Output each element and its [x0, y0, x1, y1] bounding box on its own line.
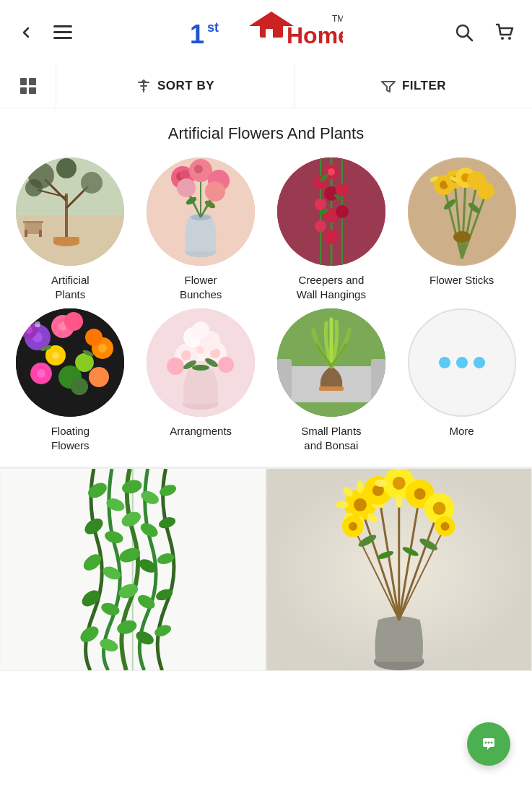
- svg-point-199: [491, 742, 493, 744]
- svg-point-198: [488, 742, 490, 744]
- svg-point-94: [98, 344, 107, 352]
- svg-point-183: [374, 480, 387, 487]
- svg-point-22: [56, 158, 77, 178]
- logo[interactable]: 1 st Home TM: [184, 9, 343, 56]
- svg-text:1: 1: [190, 20, 204, 49]
- svg-rect-2: [53, 37, 72, 39]
- dot-2: [456, 357, 468, 368]
- back-icon: [17, 24, 35, 41]
- svg-point-57: [315, 199, 326, 210]
- artificial-plants-illustration: [16, 157, 124, 266]
- svg-point-182: [395, 495, 402, 508]
- svg-rect-24: [53, 237, 79, 243]
- svg-text:Home: Home: [287, 22, 343, 48]
- svg-point-61: [315, 220, 326, 232]
- svg-point-41: [194, 165, 203, 173]
- category-section: Artificial Plants: [0, 150, 532, 468]
- svg-rect-126: [277, 359, 292, 402]
- category-item-small-plants[interactable]: Small Plants and Bonsai: [269, 308, 395, 452]
- filter-icon: [380, 78, 396, 94]
- svg-point-92: [64, 312, 83, 331]
- search-button[interactable]: [451, 20, 477, 46]
- svg-point-39: [180, 170, 190, 180]
- svg-rect-27: [25, 230, 27, 237]
- svg-point-171: [336, 501, 349, 509]
- product-image-2: [266, 469, 532, 670]
- svg-point-11: [501, 37, 504, 40]
- svg-point-107: [27, 323, 31, 327]
- svg-rect-127: [371, 359, 385, 402]
- svg-point-43: [177, 178, 196, 197]
- svg-point-191: [440, 522, 449, 531]
- product-image-1: [0, 469, 266, 670]
- logo-svg: 1 st Home TM: [184, 9, 343, 56]
- product-section: [0, 468, 532, 671]
- grid-icon: [20, 78, 36, 94]
- category-label-small-plants: Small Plants and Bonsai: [301, 424, 361, 452]
- search-icon: [454, 22, 474, 43]
- more-dots: [439, 357, 485, 368]
- svg-point-100: [37, 369, 45, 378]
- sort-label: SORT BY: [157, 79, 214, 93]
- sort-by-button[interactable]: SORT BY: [56, 64, 295, 108]
- category-label-arrangements: Arrangments: [170, 424, 232, 438]
- filter-label: FILTER: [402, 79, 446, 93]
- svg-text:TM: TM: [332, 14, 343, 24]
- filter-button[interactable]: FILTER: [295, 64, 532, 108]
- hamburger-icon: [53, 25, 72, 40]
- product-card-1[interactable]: [0, 469, 266, 671]
- product-card-2[interactable]: [266, 469, 533, 671]
- category-image-artificial-plants: [16, 157, 124, 266]
- svg-point-120: [218, 357, 234, 373]
- svg-point-103: [71, 378, 88, 395]
- category-item-more[interactable]: More: [398, 308, 525, 452]
- category-image-floating-flowers: [16, 308, 124, 417]
- floating-flowers-illustration: [16, 308, 124, 417]
- arrangements-illustration: [147, 308, 255, 417]
- svg-point-44: [205, 181, 225, 202]
- svg-point-187: [432, 502, 445, 515]
- svg-point-197: [485, 742, 487, 744]
- svg-point-60: [324, 230, 339, 244]
- header-right: [451, 20, 518, 46]
- grid-view-button[interactable]: [0, 64, 56, 108]
- svg-point-80: [477, 182, 494, 199]
- dot-1: [439, 357, 450, 368]
- svg-point-12: [508, 37, 511, 40]
- category-item-artificial-plants[interactable]: Artificial Plants: [7, 157, 134, 301]
- category-image-flower-bunches: [147, 157, 255, 266]
- category-item-flower-sticks[interactable]: Flower Sticks: [398, 157, 525, 301]
- small-plants-illustration: [277, 308, 385, 417]
- category-item-flower-bunches[interactable]: Flower Bunches: [138, 157, 264, 301]
- svg-rect-28: [39, 230, 42, 237]
- svg-point-20: [81, 172, 103, 194]
- menu-button[interactable]: [51, 22, 75, 43]
- category-item-creepers[interactable]: Creepers and Wall Hangings: [269, 157, 395, 301]
- svg-point-95: [85, 329, 103, 346]
- category-image-creepers: [277, 157, 385, 266]
- svg-point-97: [52, 352, 59, 359]
- svg-point-119: [167, 358, 184, 375]
- chat-button[interactable]: [467, 722, 510, 766]
- svg-point-53: [328, 168, 335, 176]
- category-item-arrangements[interactable]: Arrangments: [138, 308, 264, 452]
- category-label-creepers: Creepers and Wall Hangings: [297, 273, 366, 301]
- svg-point-101: [89, 367, 109, 387]
- sort-icon: [136, 78, 152, 94]
- svg-point-59: [336, 205, 349, 218]
- category-label-flower-sticks: Flower Sticks: [429, 273, 494, 287]
- svg-point-89: [25, 326, 32, 334]
- creepers-illustration: [277, 157, 385, 266]
- category-label-flower-bunches: Flower Bunches: [180, 273, 222, 301]
- category-grid: Artificial Plants: [7, 157, 525, 452]
- back-button[interactable]: [14, 21, 38, 44]
- svg-point-189: [349, 522, 357, 531]
- svg-point-113: [181, 350, 191, 360]
- cart-button[interactable]: [492, 20, 518, 46]
- page-title: Artificial Flowers And Plants: [0, 108, 532, 150]
- svg-point-21: [25, 179, 43, 196]
- svg-point-123: [192, 365, 209, 371]
- category-item-floating-flowers[interactable]: Floating Flowers: [7, 308, 134, 452]
- toolbar: SORT BY FILTER: [0, 65, 532, 108]
- svg-point-185: [414, 488, 425, 500]
